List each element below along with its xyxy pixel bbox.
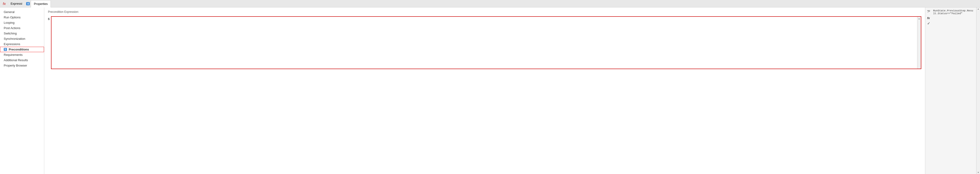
sidebar-item-expressions-label: Expressions	[4, 42, 20, 46]
right-panel: ?² RunState.PreviousStep.Result.Status==…	[925, 8, 976, 174]
sidebar-item-synchronization-label: Synchronization	[4, 37, 25, 41]
right-panel-fx-row: fx	[927, 16, 974, 20]
sidebar-item-looping[interactable]: Looping	[0, 20, 44, 25]
tab-number-badge[interactable]: 4	[26, 2, 30, 5]
scroll-up-arrow[interactable]: ▲	[918, 17, 920, 21]
sidebar-item-general[interactable]: General	[0, 9, 44, 15]
sidebar-item-requirements[interactable]: Requirements	[0, 52, 44, 57]
sidebar-item-expressions[interactable]: Expressions	[0, 41, 44, 47]
check-icon[interactable]: ✓	[927, 21, 930, 25]
sidebar-item-run-options-label: Run Options	[4, 16, 21, 19]
sidebar-item-additional-results[interactable]: Additional Results	[0, 57, 44, 63]
tab-properties[interactable]: Properties	[31, 0, 51, 8]
main-scrollbar: ▲ ▼	[976, 8, 980, 174]
right-panel-expression-text: RunState.PreviousStep.Result.Status=="Fa…	[933, 9, 974, 15]
fx-action-icon[interactable]: fx	[927, 16, 932, 20]
content-area: Precondition Expression: 6 ▲	[44, 8, 925, 174]
full-layout: General Run Options Looping Post Actions…	[0, 8, 980, 174]
expression-textarea[interactable]	[51, 17, 917, 68]
main-scroll-up[interactable]: ▲	[977, 8, 979, 10]
right-panel-expression-row: ?² RunState.PreviousStep.Result.Status==…	[927, 9, 974, 15]
sidebar-item-requirements-label: Requirements	[4, 53, 22, 57]
tab-properties-label: Properties	[34, 2, 48, 6]
tab-expressi-label: Expressi	[11, 2, 22, 5]
sidebar-item-property-browser-label: Property Browser	[4, 64, 27, 67]
expression-badge: 6	[48, 17, 49, 21]
sidebar-item-synchronization[interactable]: Synchronization	[0, 36, 44, 41]
center-and-right: Precondition Expression: 6 ▲ ?² RunState…	[44, 8, 980, 174]
sidebar-item-run-options[interactable]: Run Options	[0, 15, 44, 20]
fx-symbol: fx	[3, 2, 6, 6]
expression-box-wrapper: ▲	[51, 16, 921, 69]
sidebar-item-post-actions-label: Post Actions	[4, 26, 21, 30]
expression-row: 6 ▲	[48, 16, 921, 69]
main-scroll-down[interactable]: ▼	[977, 171, 979, 174]
precondition-expression-label: Precondition Expression:	[48, 10, 921, 14]
expression-scrollbar: ▲	[917, 17, 921, 69]
sidebar-item-preconditions-label: Preconditions	[9, 48, 29, 51]
right-panel-check-row: ✓	[927, 21, 974, 25]
tab-bar: fx Expressi 4 Properties	[0, 0, 980, 8]
sidebar-item-preconditions[interactable]: 5 Preconditions	[0, 47, 44, 52]
sidebar-item-looping-label: Looping	[4, 21, 14, 24]
sidebar-item-post-actions[interactable]: Post Actions	[0, 25, 44, 31]
sidebar: General Run Options Looping Post Actions…	[0, 8, 44, 174]
sidebar-item-switching[interactable]: Switching	[0, 31, 44, 36]
fx-tab-icon: fx	[1, 2, 8, 6]
sidebar-item-property-browser[interactable]: Property Browser	[0, 63, 44, 68]
sidebar-item-switching-label: Switching	[4, 32, 17, 35]
sidebar-item-general-label: General	[4, 10, 14, 14]
tab-expressi[interactable]: Expressi	[8, 0, 25, 7]
sidebar-item-additional-results-label: Additional Results	[4, 59, 28, 62]
question-mark-icon: ?²	[927, 9, 932, 14]
preconditions-badge: 5	[4, 48, 7, 51]
